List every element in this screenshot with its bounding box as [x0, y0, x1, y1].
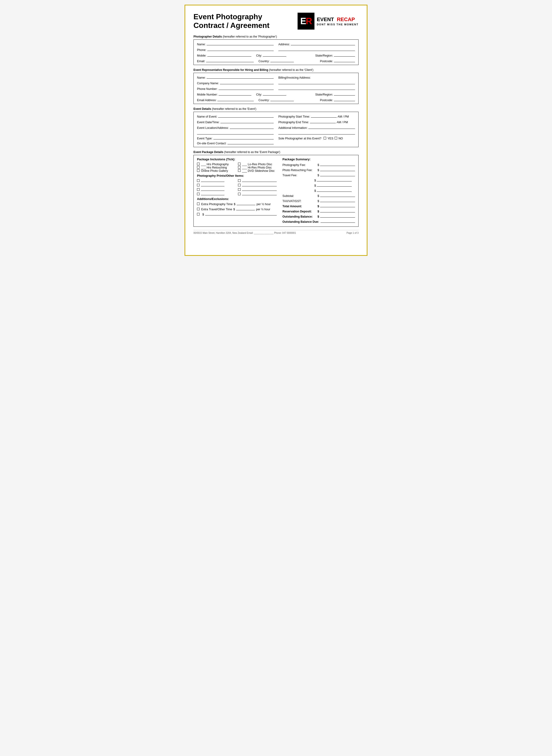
print-input-1a[interactable]	[201, 179, 225, 182]
total-input[interactable]	[320, 204, 355, 207]
print-checkbox-1a[interactable]	[197, 179, 199, 182]
hi-res-checkbox[interactable]	[238, 166, 241, 169]
summary-blank2-value: $	[314, 183, 352, 187]
client-company-input[interactable]	[220, 81, 274, 84]
photographer-state-input[interactable]	[334, 53, 355, 57]
event-additional-input[interactable]	[308, 126, 355, 129]
print-input-2a[interactable]	[201, 183, 225, 186]
event-name-input[interactable]	[218, 114, 274, 118]
additions-other-amount-input[interactable]	[205, 212, 277, 215]
photographer-form-box: Name: Address: Phone: Mobile: Cit	[193, 39, 359, 65]
client-mobile-input[interactable]	[219, 92, 251, 96]
photographer-email-input[interactable]	[206, 59, 254, 62]
client-email-input[interactable]	[218, 98, 254, 101]
event-starttime-input[interactable]	[311, 114, 337, 118]
client-billing2-input[interactable]	[278, 81, 355, 84]
travel-fee-input[interactable]	[320, 173, 355, 176]
print-checkbox-4b[interactable]	[238, 193, 241, 195]
event-endtime-input[interactable]	[310, 120, 336, 123]
client-form-box: Name: Billing/Invoicing Address: Company…	[193, 73, 359, 104]
client-city-input[interactable]	[263, 92, 286, 96]
client-row4: Mobile Number: City: State/Region:	[197, 92, 355, 96]
extra-travel-checkbox[interactable]	[197, 208, 199, 210]
photographer-phone-input[interactable]	[207, 47, 274, 51]
yes-checkbox[interactable]	[323, 137, 326, 139]
print-checkbox-3a[interactable]	[197, 188, 199, 191]
summary-total: Total Amount: $	[282, 204, 355, 208]
balance-due-input[interactable]	[320, 219, 355, 223]
print-checkbox-4a[interactable]	[197, 193, 199, 195]
client-country-input[interactable]	[270, 98, 294, 101]
client-country-field: Country:	[258, 98, 315, 102]
photographer-name-input[interactable]	[206, 42, 274, 45]
client-postcode-input[interactable]	[334, 98, 355, 101]
client-billing3-field	[278, 87, 355, 90]
photographer-address-input[interactable]	[291, 42, 355, 45]
balance-input[interactable]	[320, 214, 355, 218]
client-phone-input[interactable]	[219, 87, 274, 90]
print-input-4b[interactable]	[242, 192, 277, 195]
event-location2-input[interactable]	[197, 131, 274, 134]
summary-blank3-input[interactable]	[317, 189, 352, 192]
print-checkbox-2b[interactable]	[238, 184, 241, 186]
online-gallery-checkbox[interactable]	[197, 169, 199, 172]
print-input-2b[interactable]	[242, 183, 277, 186]
additions-row3: $	[197, 212, 277, 216]
yes-option: YES	[323, 137, 333, 140]
event-additional-field: Additional Information:	[278, 126, 355, 129]
print-input-3a[interactable]	[201, 188, 225, 191]
dvd-checkbox[interactable]	[238, 169, 241, 172]
subtotal-input[interactable]	[320, 194, 355, 197]
tax-input[interactable]	[320, 199, 355, 202]
photographer-country-input[interactable]	[270, 59, 294, 62]
header: Event Photography Contract / Agreement E…	[193, 12, 359, 30]
deposit-input[interactable]	[320, 209, 355, 212]
photographer-country-field: Country:	[258, 59, 315, 63]
client-mobile-field: Mobile Number:	[197, 92, 251, 96]
summary-blank1-input[interactable]	[317, 178, 352, 182]
photographer-row4: Email: Country: Postcode:	[197, 59, 355, 63]
extra-photo-dollar-input[interactable]	[237, 202, 255, 205]
lo-res-checkbox[interactable]	[238, 163, 241, 165]
event-datetime-input[interactable]	[221, 120, 274, 123]
client-billing3-input[interactable]	[278, 87, 355, 90]
print-checkbox-1b[interactable]	[238, 179, 241, 182]
print-input-4a[interactable]	[201, 192, 225, 195]
photographer-row1: Name: Address:	[197, 42, 355, 46]
summary-blank2-input[interactable]	[317, 183, 352, 187]
extra-photo-checkbox[interactable]	[197, 203, 199, 205]
photographer-email-field: Email:	[197, 59, 254, 63]
photographer-name-field: Name:	[197, 42, 274, 46]
lo-res-col: ___ Lo-Res Photo Disc	[238, 163, 277, 166]
client-row5: Email Address: Country: Postcode:	[197, 98, 355, 102]
summary-deposit: Reservation Deposit: $	[282, 209, 355, 213]
additions-other-checkbox[interactable]	[197, 213, 199, 215]
client-name-input[interactable]	[206, 75, 274, 79]
event-contact-field: On-site Event Contact:	[197, 141, 274, 145]
photographer-mobile-input[interactable]	[207, 53, 251, 57]
brand-logo-area: ER EVENT RECAP DONT MISS THE MOMENT	[298, 13, 359, 29]
client-row2: Company Name:	[197, 81, 355, 85]
print-left-2	[197, 183, 236, 186]
event-type-input[interactable]	[214, 136, 274, 139]
photographer-postcode-input[interactable]	[334, 59, 355, 62]
print-input-1b[interactable]	[242, 179, 277, 182]
photographer-address2-input[interactable]	[278, 47, 355, 51]
hrs-retouch-checkbox[interactable]	[197, 166, 199, 169]
photographer-city-input[interactable]	[263, 53, 286, 57]
client-email-field: Email Address:	[197, 98, 254, 102]
photo-fee-input[interactable]	[320, 163, 355, 166]
print-checkbox-2a[interactable]	[197, 184, 199, 186]
extra-travel-dollar-input[interactable]	[236, 207, 255, 210]
logo-er-letters: ER	[300, 17, 312, 26]
no-checkbox[interactable]	[334, 137, 337, 139]
event-additional2-input[interactable]	[278, 131, 355, 134]
client-state-input[interactable]	[334, 92, 355, 96]
event-contact-input[interactable]	[228, 141, 274, 144]
print-input-3b[interactable]	[242, 188, 277, 191]
hrs-photo-checkbox[interactable]	[197, 163, 199, 165]
print-checkbox-3b[interactable]	[238, 188, 241, 191]
event-row5: On-site Event Contact:	[197, 141, 355, 145]
event-location-input[interactable]	[230, 126, 274, 129]
retouch-fee-input[interactable]	[320, 168, 355, 171]
